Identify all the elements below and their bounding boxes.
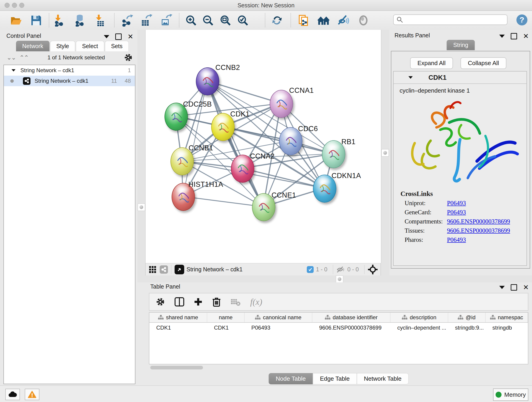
add-column-icon[interactable] [194, 298, 203, 306]
fit-content-crosshair-icon[interactable] [368, 264, 378, 274]
collapse-entry-icon[interactable] [409, 76, 413, 79]
hide-selected-icon[interactable] [337, 14, 350, 27]
network-node[interactable]: CDKN1A [313, 175, 336, 203]
network-node[interactable]: CCNA1 [270, 90, 293, 118]
network-row[interactable]: String Network – cdk1 11 48 [4, 76, 135, 86]
column-header[interactable]: @id [448, 313, 486, 322]
import-network-database-icon[interactable] [73, 14, 86, 27]
tab-network[interactable]: Network [16, 41, 50, 51]
network-node[interactable]: CCNE1 [252, 193, 275, 221]
network-tree: String Network – cdk1 1 String Network –… [3, 65, 135, 384]
save-session-icon[interactable] [30, 14, 43, 27]
birdseye-view-icon[interactable] [175, 265, 184, 274]
network-options-gear-icon[interactable] [124, 53, 133, 62]
table-cell[interactable]: CDK1 [207, 323, 244, 333]
expand-all-icon[interactable]: ⌃⌃ [19, 54, 29, 61]
float-panel-icon[interactable] [104, 35, 109, 38]
grid-view-icon[interactable] [149, 266, 157, 274]
network-node[interactable]: CDC25B [165, 103, 188, 131]
memory-button[interactable]: Memory [493, 389, 528, 401]
column-header[interactable]: name [207, 313, 244, 322]
close-panel-icon[interactable]: ✕ [128, 34, 133, 39]
tab-edge-table[interactable]: Edge Table [313, 373, 357, 384]
delete-column-icon[interactable] [212, 297, 221, 307]
node-result-header[interactable]: CDK1 [394, 71, 526, 84]
tab-select[interactable]: Select [76, 41, 104, 51]
table-cell[interactable]: P06493 [244, 323, 312, 333]
network-node[interactable]: CCNA2 [231, 155, 254, 183]
column-header[interactable]: shared name [149, 313, 207, 322]
help-icon[interactable]: ? [516, 14, 528, 27]
network-node[interactable]: CCNB2 [196, 67, 219, 95]
collapse-all-icon[interactable]: ⌄⌄ [7, 54, 16, 61]
table-cell[interactable]: stringdb [486, 323, 528, 333]
crosslink-link[interactable]: 9606.ENSP00000378699 [447, 218, 510, 225]
network-node[interactable]: CCNB1 [171, 147, 194, 175]
search-input[interactable] [403, 16, 500, 23]
right-splitter-handle[interactable] [381, 149, 389, 157]
zoom-selected-icon[interactable] [236, 14, 249, 27]
zoom-fit-icon[interactable] [219, 14, 232, 27]
float-panel-icon[interactable] [499, 286, 505, 289]
show-all-icon[interactable] [357, 14, 370, 27]
copy-style-icon[interactable] [298, 14, 310, 27]
crosslink-link[interactable]: P06493 [447, 236, 466, 243]
close-panel-icon[interactable]: ✕ [523, 34, 529, 39]
network-node[interactable]: CDC6 [279, 127, 302, 155]
table-cell[interactable]: CDK1 [149, 323, 207, 333]
network-node[interactable]: RB1 [322, 140, 345, 168]
network-collection-row[interactable]: String Network – cdk1 1 [4, 65, 135, 76]
crosslink-link[interactable]: P06493 [447, 209, 466, 216]
import-table-file-icon[interactable] [94, 14, 107, 27]
export-network-icon[interactable] [121, 14, 134, 27]
cloud-status-button[interactable] [5, 389, 20, 400]
maximize-panel-icon[interactable] [511, 33, 517, 39]
warnings-button[interactable] [25, 389, 39, 400]
network-view-type-icon[interactable] [160, 265, 168, 274]
zoom-out-icon[interactable] [202, 14, 215, 27]
network-canvas[interactable]: CCNB2 CCNA1 CDC25B CDK1 CDC6 [145, 30, 381, 263]
column-header[interactable]: namespac [486, 313, 528, 322]
table-cell[interactable]: 9606.ENSP00000378699 [312, 323, 390, 333]
crosslink-link[interactable]: P06493 [447, 200, 466, 207]
first-neighbors-icon[interactable] [317, 14, 330, 27]
import-network-file-icon[interactable] [53, 14, 66, 27]
maximize-panel-icon[interactable] [115, 33, 122, 40]
close-panel-icon[interactable]: ✕ [523, 285, 529, 290]
tab-sets[interactable]: Sets [105, 41, 129, 51]
tab-string[interactable]: String [447, 40, 475, 50]
tab-network-table[interactable]: Network Table [357, 373, 409, 384]
network-edge[interactable] [183, 81, 207, 196]
left-splitter[interactable] [138, 30, 145, 282]
horizontal-splitter[interactable] [145, 275, 532, 282]
float-panel-icon[interactable] [499, 35, 505, 38]
open-session-icon[interactable] [10, 14, 22, 27]
table-horizontal-scrollbar[interactable] [150, 366, 203, 370]
export-table-icon[interactable] [140, 14, 152, 27]
right-splitter[interactable] [381, 30, 389, 282]
column-header[interactable]: canonical name [244, 313, 312, 322]
expand-all-button[interactable]: Expand All [410, 57, 453, 69]
collection-expander-icon[interactable] [12, 69, 15, 71]
table-row[interactable]: CDK1CDK1P064939606.ENSP00000378699cyclin… [149, 323, 528, 333]
network-node[interactable]: HIST1H1A [172, 183, 195, 211]
table-options-gear-icon[interactable] [156, 297, 165, 306]
maximize-panel-icon[interactable] [511, 284, 517, 291]
search-box[interactable] [393, 14, 507, 25]
tab-style[interactable]: Style [50, 41, 75, 51]
horizontal-splitter-handle[interactable] [336, 275, 343, 283]
tab-node-table[interactable]: Node Table [269, 373, 313, 384]
export-image-icon[interactable] [160, 14, 172, 27]
selected-checkbox-icon[interactable] [307, 266, 314, 273]
left-splitter-handle[interactable] [138, 204, 145, 211]
show-columns-icon[interactable] [175, 297, 184, 306]
collapse-all-button[interactable]: Collapse All [461, 57, 506, 69]
crosslink-link[interactable]: 9606.ENSP00000378699 [447, 227, 510, 234]
column-header[interactable]: description [390, 313, 448, 322]
table-cell[interactable]: stringdb:9... [448, 323, 486, 333]
network-node[interactable]: CDK1 [211, 113, 234, 141]
zoom-in-icon[interactable] [185, 14, 197, 27]
table-cell[interactable]: cyclin–dependent ... [390, 323, 448, 333]
refresh-icon[interactable] [271, 14, 283, 27]
column-header[interactable]: database identifier [312, 313, 390, 322]
